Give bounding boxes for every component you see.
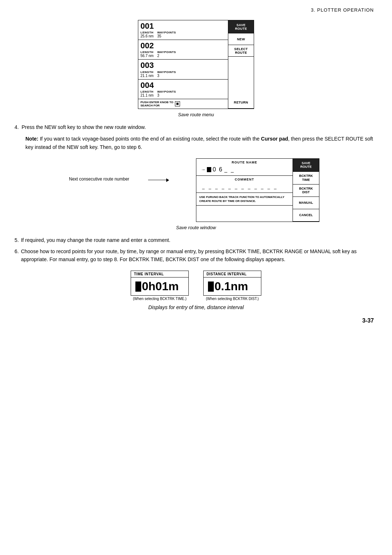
step5-content: If required, you may change the route na…: [21, 236, 171, 244]
route-entry-003[interactable]: 003 LENGTH 21.1 nm WAYPOINTS 3: [138, 60, 228, 79]
distance-interval-value-box: 0.1nm: [203, 277, 261, 296]
cancel-label: CANCEL: [299, 213, 313, 217]
route-entry-001[interactable]: 001 LENGTH 25.6 nm WAYPOINTS 35: [138, 20, 228, 40]
waypoints-label-003: WAYPOINTS: [157, 70, 176, 74]
step4-number: 4.: [15, 124, 21, 130]
header-text: 3. PLOTTER OPERATION: [311, 7, 374, 13]
new-label: NEW: [237, 37, 245, 41]
time-cursor: [135, 281, 141, 292]
arrow-indicator: →: [201, 167, 205, 172]
return-label: RETURN: [234, 101, 248, 104]
route-name-dashes: _ _: [224, 167, 234, 173]
cursor-indicator: [207, 167, 211, 172]
note-label: Note:: [25, 136, 38, 142]
save-route-window-caption: Save route window: [15, 225, 377, 230]
save-route-menu-diagram: 001 LENGTH 25.6 nm WAYPOINTS 35 002: [15, 20, 377, 109]
length-value-003: 21.1 nm: [140, 74, 154, 78]
info-text-content: USE FURUNO BACK TRACK FUNCTION TO AUTOMA…: [199, 195, 284, 203]
save-route-top-button[interactable]: SAVEROUTE: [293, 159, 319, 172]
route-menu-box: 001 LENGTH 25.6 nm WAYPOINTS 35 002: [138, 20, 254, 109]
save-window-left: ROUTE NAME → 0 6 _ _ COMMENT _ _ _ _ _ _…: [196, 159, 293, 222]
route-number-001: 001: [140, 22, 226, 31]
time-interval-value: 0h01m: [142, 280, 179, 293]
steps-list: 5. If required, you may change the route…: [15, 236, 377, 263]
search-row: PUSH ENTER KNOB TOSEARCH FOR ▣: [138, 99, 228, 109]
route-menu-right: SAVEROUTE NEW SELECTROUTE RETURN: [228, 20, 254, 109]
length-label-004: LENGTH: [140, 90, 154, 93]
length-label-003: LENGTH: [140, 70, 154, 74]
save-route-label: SAVEROUTE: [235, 23, 247, 31]
route-meta-002: LENGTH 56.7 nm WAYPOINTS 2: [140, 50, 226, 58]
bcktrk-dist-label: BCKTRKDIST: [299, 187, 313, 195]
time-interval-sub: (When selecting BCKTRK TIME.): [131, 297, 189, 301]
manual-label: MANUAL: [299, 201, 313, 205]
search-icon: ▣: [175, 101, 180, 106]
manual-button[interactable]: MANUAL: [293, 197, 319, 209]
new-button[interactable]: NEW: [228, 33, 254, 45]
page-header: 3. PLOTTER OPERATION: [15, 7, 377, 13]
route-name-value-row: → 0 6 _ _: [199, 166, 290, 174]
route-meta-003: LENGTH 21.1 nm WAYPOINTS 3: [140, 70, 226, 78]
route-entry-002[interactable]: 002 LENGTH 56.7 nm WAYPOINTS 2: [138, 40, 228, 60]
search-label: PUSH ENTER KNOB TOSEARCH FOR: [140, 101, 173, 107]
note-block: Note: If you want to tack voyage-based p…: [25, 135, 377, 151]
next-consecutive-label: Next consecutive route number: [69, 177, 129, 182]
save-window-right: SAVEROUTE BCKTRKTIME BCKTRKDIST MANUAL C…: [293, 159, 319, 222]
save-route-top-label: SAVEROUTE: [300, 161, 312, 169]
comment-section: COMMENT _ _ _ _ _ _ _ _ _ _ _ _: [196, 176, 293, 193]
route-entry-004[interactable]: 004 LENGTH 21.1 nm WAYPOINTS 3: [138, 80, 228, 99]
step5-item: 5. If required, you may change the route…: [15, 236, 377, 244]
step4-text: 4. Press the NEW soft key to show the ne…: [15, 123, 377, 131]
step6-item: 6. Choose how to record points for your …: [15, 247, 377, 264]
waypoints-label-004: WAYPOINTS: [157, 90, 176, 93]
route-name-section: ROUTE NAME → 0 6 _ _: [196, 159, 293, 176]
length-label-001: LENGTH: [140, 31, 154, 34]
note-content: If you want to tack voyage-based points …: [25, 136, 373, 150]
distance-interval-value: 0.1nm: [215, 280, 248, 293]
distance-interval-label: DISTANCE INTERVAL: [203, 271, 261, 277]
route-meta-001: LENGTH 25.6 nm WAYPOINTS 35: [140, 31, 226, 38]
route-number-004: 004: [140, 81, 226, 90]
bcktrk-time-button[interactable]: BCKTRKTIME: [293, 172, 319, 185]
select-route-button[interactable]: SELECTROUTE: [228, 45, 254, 57]
comment-label: COMMENT: [199, 178, 290, 181]
return-button[interactable]: RETURN: [228, 97, 254, 109]
length-value-002: 56.7 nm: [140, 54, 154, 58]
route-number-002: 002: [140, 41, 226, 50]
step5-number: 5.: [15, 236, 19, 244]
route-number-003: 003: [140, 61, 226, 70]
distance-interval-sub: (When selecting BCKTRK DIST.): [203, 297, 261, 301]
page-number: 3-37: [15, 317, 377, 324]
route-name-label: ROUTE NAME: [199, 161, 290, 164]
step6-content: Choose how to record points for your rou…: [21, 247, 377, 264]
waypoints-value-004: 3: [157, 93, 176, 97]
length-label-002: LENGTH: [140, 50, 154, 54]
waypoints-label-002: WAYPOINTS: [157, 50, 176, 54]
save-route-window-container: Next consecutive route number ROUTE NAME…: [15, 158, 377, 222]
step4-content: Press the NEW soft key to show the new r…: [21, 124, 146, 130]
route-name-value: 0 6: [213, 166, 223, 173]
route-menu-left: 001 LENGTH 25.6 nm WAYPOINTS 35 002: [138, 20, 228, 109]
bcktrk-dist-button[interactable]: BCKTRKDIST: [293, 185, 319, 197]
save-route-menu-caption: Save route menu: [15, 112, 377, 117]
route-meta-004: LENGTH 21.1 nm WAYPOINTS 3: [140, 90, 226, 97]
distance-interval-box: DISTANCE INTERVAL 0.1nm (When selecting …: [203, 271, 261, 301]
save-route-button[interactable]: SAVEROUTE: [228, 20, 254, 33]
waypoints-value-002: 2: [157, 54, 176, 58]
save-route-window: ROUTE NAME → 0 6 _ _ COMMENT _ _ _ _ _ _…: [196, 158, 319, 222]
bcktrk-time-label: BCKTRKTIME: [299, 174, 313, 182]
time-interval-value-box: 0h01m: [131, 277, 189, 296]
displays-caption: Displays for entry of time, distance int…: [15, 304, 377, 310]
cancel-button[interactable]: CANCEL: [293, 209, 319, 222]
waypoints-value-001: 35: [157, 34, 176, 38]
step6-number: 6.: [15, 247, 19, 264]
select-route-label: SELECTROUTE: [234, 47, 248, 54]
distance-cursor: [208, 281, 214, 292]
length-value-001: 25.6 nm: [140, 34, 154, 38]
length-value-004: 21.1 nm: [140, 93, 154, 97]
time-interval-box: TIME INTERVAL 0h01m (When selecting BCKT…: [131, 271, 189, 301]
window-spacer: [196, 206, 293, 216]
cursor-pad-bold: Cursor pad: [261, 136, 288, 142]
comment-dashes: _ _ _ _ _ _ _ _ _ _ _ _: [199, 183, 290, 191]
info-text: USE FURUNO BACK TRACK FUNCTION TO AUTOMA…: [196, 193, 293, 206]
